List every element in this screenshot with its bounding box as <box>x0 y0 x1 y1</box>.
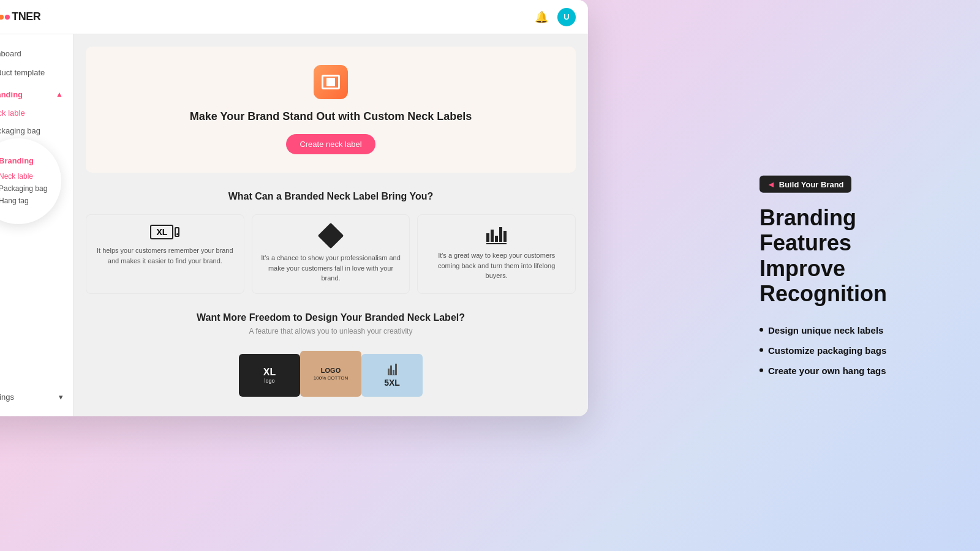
sidebar-item-packaging-bag[interactable]: Packaging bag <box>0 122 73 140</box>
labels-preview: XL logo LOGO 100% COTTON <box>86 348 576 397</box>
branding-label: Branding <box>0 90 23 99</box>
neck-label-icon <box>314 65 348 99</box>
circle-branding-label: Branding <box>0 156 34 165</box>
chart-bar-1 <box>486 233 489 242</box>
right-panel-list-label-3: Create your own hang tags <box>768 365 886 375</box>
product-template-label: Product template <box>0 68 45 77</box>
right-panel-list-item-2: Customize packaging bags <box>760 345 931 355</box>
bell-icon[interactable]: 🔔 <box>533 9 550 26</box>
sidebar-item-product-template[interactable]: ◫ Product template <box>0 63 73 82</box>
label-chart-bar-2 <box>390 365 392 375</box>
circle-neck-label[interactable]: Neck lable <box>0 170 33 182</box>
right-panel-list-label-2: Customize packaging bags <box>768 345 886 355</box>
sidebar-item-settings[interactable]: ⚙ Settings ▾ <box>0 388 73 407</box>
label-xl-text: logo <box>264 378 274 384</box>
benefit-text-2: It's a chance to show your professionali… <box>261 253 401 283</box>
freedom-section: Want More Freedom to Design Your Branded… <box>86 312 576 397</box>
benefit-text-1: It helps your customers remember your br… <box>95 246 235 266</box>
chart-bar-4 <box>499 227 502 242</box>
label-preview-black: XL logo <box>239 354 300 397</box>
label-chart-bar-1 <box>388 369 390 375</box>
label-chart-bar-3 <box>393 370 394 375</box>
sidebar-item-dashboard[interactable]: ⌂ Dashboard <box>0 44 73 63</box>
build-brand-label: Build Your Brand <box>779 179 844 189</box>
benefits-grid: XL It helps your customers remember your… <box>86 214 576 294</box>
content-area[interactable]: Make Your Brand Stand Out with Custom Ne… <box>74 34 588 416</box>
diamond-container <box>322 225 340 247</box>
right-panel-list-label-1: Design unique neck labels <box>768 324 883 335</box>
chart-bar-2 <box>491 230 494 242</box>
xl-box: XL <box>150 225 173 239</box>
chart-bar-3 <box>495 236 498 242</box>
what-section: What Can a Branded Neck Label Bring You?… <box>86 191 576 294</box>
branding-left: Branding <box>0 89 23 99</box>
what-section-title: What Can a Branded Neck Label Bring You? <box>86 191 576 202</box>
right-panel-list: Design unique neck labels Customize pack… <box>760 324 931 375</box>
logo-tner-text: TNER <box>12 10 40 23</box>
chevron-down-icon: ▾ <box>59 392 63 402</box>
benefit-card-2: It's a chance to show your professionali… <box>252 214 410 294</box>
right-panel-heading: Branding Features Improve Recognition <box>760 205 931 307</box>
label-5xl-size: 5XL <box>384 378 400 388</box>
label-chart-bar-4 <box>395 364 397 375</box>
sidebar-bottom: ⚙ Settings ▾ <box>0 388 73 407</box>
main-layout: ⌂ Dashboard ◫ Product template Branding <box>0 34 588 416</box>
label-logo-text: LOGO <box>321 367 341 374</box>
settings-left: ⚙ Settings <box>0 392 14 402</box>
build-brand-badge: ◄ Build Your Brand <box>760 176 851 193</box>
dashboard-label: Dashboard <box>0 49 21 58</box>
settings-label: Settings <box>0 392 14 402</box>
avatar[interactable]: U <box>557 8 576 26</box>
chart-icon <box>486 225 507 244</box>
logo-dot-orange <box>0 15 4 20</box>
benefit-card-3: It's a great way to keep your customers … <box>417 214 576 294</box>
hero-title: Make Your Brand Stand Out with Custom Ne… <box>190 109 472 124</box>
freedom-title: Want More Freedom to Design Your Branded… <box>86 312 576 323</box>
label-xl-size: XL <box>263 367 276 378</box>
freedom-subtitle: A feature that allows you to unleash you… <box>86 327 576 335</box>
diamond-icon <box>318 223 344 249</box>
benefit-text-3: It's a great way to keep your customers … <box>426 250 567 281</box>
neck-label-icon-inner <box>322 75 340 89</box>
right-panel: ◄ Build Your Brand Branding Features Imp… <box>760 176 931 376</box>
chart-bar-5 <box>503 231 507 242</box>
bullet-dot-1 <box>760 328 763 332</box>
bullet-dot-2 <box>760 348 763 352</box>
logo: PAR TNER <box>0 10 40 23</box>
sidebar: ⌂ Dashboard ◫ Product template Branding <box>0 34 74 416</box>
label-preview-blue: 5XL <box>361 354 423 397</box>
hero-section: Make Your Brand Stand Out with Custom Ne… <box>86 47 576 173</box>
sidebar-item-neck-label[interactable]: Neck lable <box>0 104 73 122</box>
label-cotton-text: 100% COTTON <box>314 375 348 381</box>
bullet-dot-3 <box>760 369 763 372</box>
right-panel-list-item-3: Create your own hang tags <box>760 365 931 375</box>
logo-dot-pink <box>5 15 10 20</box>
app-window: PAR TNER 🔔 U ⌂ Dashboard ◫ <box>0 0 588 416</box>
benefit-card-1: XL It helps your customers remember your… <box>86 214 244 294</box>
chevron-up-icon: ▲ <box>56 90 63 99</box>
xl-icon: XL <box>150 225 179 239</box>
logo-dots <box>0 15 10 20</box>
create-neck-label-button[interactable]: Create neck label <box>286 134 375 154</box>
circle-hang-tag[interactable]: Hang tag <box>0 195 29 207</box>
label-preview-beige: LOGO 100% COTTON <box>300 351 361 397</box>
right-panel-list-item-1: Design unique neck labels <box>760 324 931 335</box>
arrow-icon: ◄ <box>767 179 775 189</box>
circle-packaging-bag[interactable]: Packaging bag <box>0 182 47 195</box>
branding-header[interactable]: Branding ▲ <box>0 84 73 104</box>
label-chart-icon <box>388 363 397 375</box>
top-bar-actions: 🔔 U <box>533 8 576 26</box>
xl-tag <box>175 227 179 237</box>
circle-branding-header: Branding <box>0 156 34 165</box>
xl-tag-dot <box>176 233 178 235</box>
top-bar: PAR TNER 🔔 U <box>0 0 588 34</box>
